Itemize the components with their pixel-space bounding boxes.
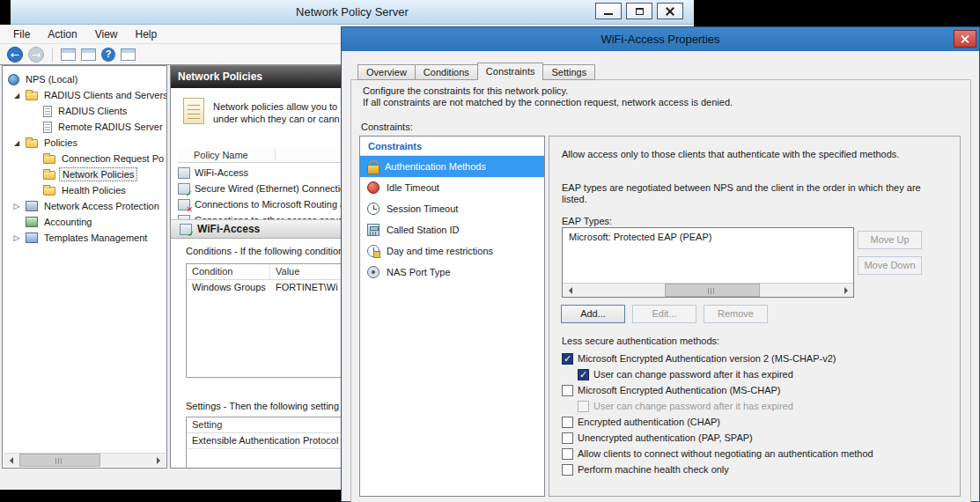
checkbox-chap[interactable]: Encrypted authentication (CHAP): [562, 414, 954, 430]
expander-icon[interactable]: [11, 139, 22, 147]
checkbox-icon[interactable]: [562, 464, 573, 476]
scroll-left-icon[interactable]: [4, 454, 18, 467]
tree-item-nps-local[interactable]: NPS (Local): [3, 71, 166, 87]
menu-view[interactable]: View: [87, 26, 126, 42]
tree-label: Network Policies: [59, 167, 137, 181]
policy-disabled-icon: [178, 199, 190, 210]
checkbox-icon[interactable]: [562, 353, 573, 365]
setting-cell: Extensible Authentication Protocol: [187, 433, 343, 448]
column-value[interactable]: Value: [270, 264, 305, 279]
constraint-item-session-timeout[interactable]: Session Timeout: [360, 198, 544, 219]
tree-item-remote-radius-server[interactable]: Remote RADIUS Server: [3, 119, 166, 135]
checkbox-icon[interactable]: [562, 417, 573, 428]
move-down-button[interactable]: Move Down: [858, 256, 922, 275]
add-button[interactable]: Add...: [561, 305, 625, 323]
dialog-close-button[interactable]: [954, 30, 976, 48]
scroll-left-icon[interactable]: [563, 284, 577, 297]
condition-cell: Windows Groups: [187, 280, 270, 296]
checkbox-label: Microsoft Encrypted Authentication (MS-C…: [578, 385, 780, 395]
checkbox-icon[interactable]: [562, 385, 573, 396]
dialog-title: WiFi-Access Properties: [342, 33, 979, 46]
checkbox-icon[interactable]: [562, 448, 573, 460]
scrollbar-track[interactable]: [577, 284, 839, 297]
export-list-icon[interactable]: [61, 48, 76, 61]
folder-icon: [43, 171, 55, 180]
folder-icon: [26, 92, 38, 100]
help-icon[interactable]: ?: [101, 48, 115, 62]
tree-label: RADIUS Clients and Servers: [41, 89, 167, 101]
tree-item-templates-management[interactable]: Templates Management: [3, 230, 166, 246]
eap-type-item[interactable]: Microsoft: Protected EAP (PEAP): [563, 228, 853, 246]
tree-item-radius-clients[interactable]: RADIUS Clients: [3, 103, 166, 119]
wifi-access-properties-dialog: WiFi-Access Properties Overview Conditio…: [341, 26, 980, 502]
console-tree-icon[interactable]: [81, 48, 96, 61]
tree-item-radius-clients-and-servers[interactable]: RADIUS Clients and Servers: [3, 87, 166, 103]
tab-settings[interactable]: Settings: [542, 64, 595, 80]
constraint-label: Session Timeout: [387, 203, 458, 214]
menu-help[interactable]: Help: [128, 26, 166, 42]
close-button[interactable]: [657, 3, 683, 19]
tree-item-network-access-protection[interactable]: Network Access Protection: [3, 198, 166, 214]
constraint-item-idle-timeout[interactable]: Idle Timeout: [360, 177, 544, 198]
menu-file[interactable]: File: [5, 26, 38, 42]
constraint-item-authentication-methods[interactable]: Authentication Methods: [360, 156, 544, 177]
less-secure-label: Less secure authentication methods:: [562, 336, 719, 346]
scrollbar-thumb[interactable]: [19, 454, 100, 467]
checkbox-icon[interactable]: [578, 401, 589, 412]
edit-button[interactable]: Edit...: [632, 305, 696, 323]
tree-item-network-policies[interactable]: Network Policies: [3, 166, 166, 182]
checkbox-icon[interactable]: [562, 432, 573, 444]
checkbox-ms-chap[interactable]: Microsoft Encrypted Authentication (MS-C…: [562, 382, 954, 398]
main-window-titlebar[interactable]: Network Policy Server: [11, 0, 694, 25]
expander-icon[interactable]: [11, 92, 22, 100]
maximize-button[interactable]: [626, 3, 652, 19]
tab-overview[interactable]: Overview: [357, 64, 416, 80]
constraint-item-day-time-restrictions[interactable]: Day and time restrictions: [360, 240, 544, 262]
constraint-label: Authentication Methods: [385, 161, 486, 172]
tree-horizontal-scrollbar[interactable]: [4, 453, 166, 467]
back-icon[interactable]: ←: [7, 47, 23, 63]
tree-item-policies[interactable]: Policies: [3, 135, 166, 151]
checkbox-mschapv2-password-change[interactable]: User can change password after it has ex…: [578, 366, 954, 382]
tree-item-health-policies[interactable]: Health Policies: [3, 182, 166, 198]
scrollbar-thumb[interactable]: [665, 284, 760, 297]
checkbox-mschap-password-change[interactable]: User can change password after it has ex…: [578, 398, 954, 414]
constraint-item-nas-port-type[interactable]: NAS Port Type: [360, 262, 544, 283]
column-setting[interactable]: Setting: [187, 417, 227, 432]
scroll-right-icon[interactable]: [839, 284, 853, 297]
tab-conditions[interactable]: Conditions: [415, 64, 478, 80]
scrollbar-track[interactable]: [18, 454, 151, 467]
policy-enabled-icon: [178, 183, 190, 195]
tab-constraints[interactable]: Constraints: [477, 63, 544, 80]
column-condition[interactable]: Condition: [187, 264, 270, 279]
checkbox-allow-no-negotiation[interactable]: Allow clients to connect without negotia…: [562, 446, 954, 461]
tree-label: Connection Request Po: [59, 152, 166, 165]
expander-icon[interactable]: [11, 202, 22, 210]
tree-label: RADIUS Clients: [55, 105, 129, 117]
forward-icon[interactable]: →: [28, 47, 44, 63]
checkbox-machine-health-check[interactable]: Perform machine health check only: [562, 461, 954, 477]
minimize-button[interactable]: [595, 3, 622, 19]
checkbox-ms-chap-v2[interactable]: Microsoft Encrypted Authentication versi…: [562, 351, 954, 366]
constraints-column-header[interactable]: Constraints: [360, 137, 544, 156]
console-tree-pane: NPS (Local) RADIUS Clients and Servers R…: [2, 65, 167, 469]
move-up-button[interactable]: Move Up: [858, 231, 922, 249]
checkbox-icon[interactable]: [578, 369, 589, 380]
tree-item-accounting[interactable]: Accounting: [3, 214, 166, 230]
toolbar-separator: [52, 48, 53, 62]
desktop-corner: [0, 0, 11, 25]
tree-item-connection-request-policies[interactable]: Connection Request Po: [3, 151, 166, 166]
scroll-right-icon[interactable]: [151, 454, 166, 467]
lock-icon: [367, 160, 378, 173]
checkbox-pap-spap[interactable]: Unencrypted authentication (PAP, SPAP): [562, 430, 954, 446]
dialog-intro-line2: If all constraints are not matched by th…: [363, 97, 733, 107]
policy-icon: [180, 224, 192, 235]
eap-types-listbox[interactable]: Microsoft: Protected EAP (PEAP): [562, 227, 854, 298]
remove-button[interactable]: Remove: [704, 305, 768, 323]
expander-icon[interactable]: [11, 233, 22, 242]
constraint-item-called-station-id[interactable]: Called Station ID: [360, 219, 544, 240]
eap-horizontal-scrollbar[interactable]: [563, 283, 853, 297]
menu-action[interactable]: Action: [40, 26, 85, 42]
properties-icon[interactable]: [121, 48, 136, 61]
dialog-titlebar[interactable]: WiFi-Access Properties: [342, 27, 979, 51]
